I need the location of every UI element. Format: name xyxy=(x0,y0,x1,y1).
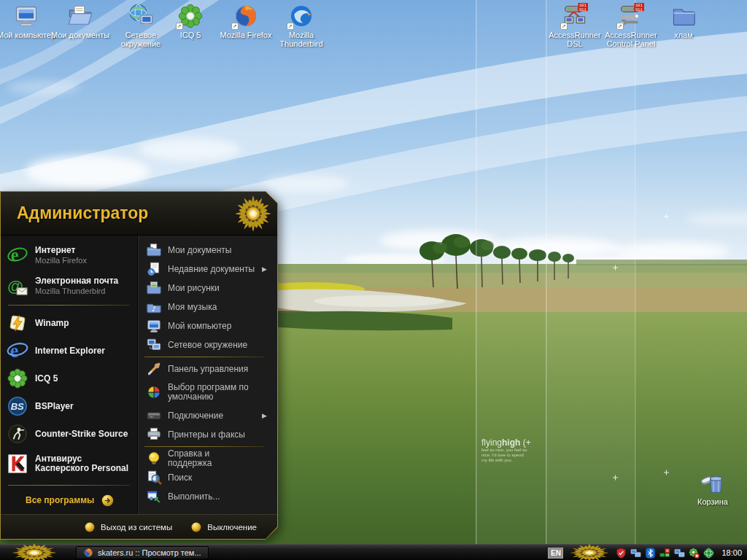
start-item-internet[interactable]: Интернет Mozilla Firefox xyxy=(7,240,137,271)
my-documents-icon xyxy=(67,3,93,29)
desktop-icon-my-documents[interactable]: Мои документы xyxy=(52,3,109,39)
taskbar: skaters.ru :: Просмотр тем... EN 18:00 xyxy=(0,544,747,560)
network-connection-tray-icon[interactable] xyxy=(630,548,641,559)
shortcut-arrow-icon: ➚ xyxy=(560,23,568,30)
desktop-icon-icq[interactable]: ➚ ICQ 5 xyxy=(162,3,219,39)
desktop-icon-my-computer[interactable]: Мой компьютер xyxy=(0,3,55,39)
start-item-internet-explorer[interactable]: Internet Explorer xyxy=(7,337,137,365)
start-button[interactable] xyxy=(10,542,58,560)
connection-icon xyxy=(146,408,162,424)
desktop-icon-hlam-folder[interactable]: хлам xyxy=(655,3,712,39)
wallpaper-watermark: flyinghigh (+ feel so nice, you feel so … xyxy=(481,438,531,463)
log-off-button[interactable]: Выход из системы xyxy=(85,522,172,532)
separator xyxy=(8,305,130,306)
icq-icon xyxy=(7,368,28,389)
start-menu-places-column: Мои документы Недавние документы ▶ Мои р… xyxy=(139,236,277,514)
arrow-circle-icon xyxy=(101,494,114,507)
desktop-icon-firefox[interactable]: ➚ Mozilla Firefox xyxy=(217,3,274,39)
gold-orb-icon xyxy=(191,522,201,532)
counter-strike-icon xyxy=(7,423,28,445)
start-item-counter-strike[interactable]: Counter-Strike Source xyxy=(7,420,137,448)
network-places-icon xyxy=(146,337,162,353)
my-pictures-icon xyxy=(146,280,162,296)
run-icon xyxy=(146,489,162,505)
desktop-icon-accessrunner-dsl[interactable]: ➚ AccessRunner DSL xyxy=(546,3,603,48)
gold-orb-icon xyxy=(85,522,95,532)
start-item-search[interactable]: Поиск xyxy=(143,468,274,487)
start-item-bsplayer[interactable]: BSPlayer xyxy=(7,392,137,420)
user-name: Администратор xyxy=(17,203,148,223)
start-menu-footer: Выход из системы Выключение xyxy=(1,514,277,539)
bluetooth-tray-icon[interactable] xyxy=(645,548,656,559)
separator xyxy=(8,485,130,486)
shortcut-arrow-icon: ➚ xyxy=(231,23,239,30)
bsplayer-icon xyxy=(7,395,28,417)
kaspersky-icon xyxy=(7,453,28,475)
desktop-icon-recycle-bin[interactable]: Корзина xyxy=(684,470,741,506)
start-item-kaspersky[interactable]: Антивирус Касперского Personal xyxy=(7,448,137,480)
firefox-icon xyxy=(83,548,93,558)
taskbar-clock[interactable]: 18:00 xyxy=(721,548,742,557)
shortcut-arrow-icon: ➚ xyxy=(616,23,624,30)
search-icon xyxy=(146,470,162,486)
control-panel-icon xyxy=(146,361,162,377)
icq-offline-tray-icon[interactable] xyxy=(689,548,700,559)
start-menu-pinned-column: Интернет Mozilla Firefox Электронная поч… xyxy=(1,236,137,514)
desktop-icon-accessrunner-control-panel[interactable]: ➚ AccessRunner Control Panel xyxy=(603,3,659,48)
shortcut-arrow-icon: ➚ xyxy=(176,23,183,30)
my-computer-icon xyxy=(146,318,162,334)
printer-icon xyxy=(146,427,162,443)
shortcut-arrow-icon: ➚ xyxy=(287,23,294,30)
start-item-my-computer[interactable]: Мой компьютер xyxy=(143,316,274,335)
start-item-run[interactable]: Выполнить... xyxy=(143,487,274,506)
start-item-network-places[interactable]: Сетевое окружение xyxy=(143,335,274,354)
start-item-control-panel[interactable]: Панель управления xyxy=(143,359,274,378)
antivirus-shield-tray-icon[interactable] xyxy=(616,548,627,559)
email-at-icon xyxy=(7,275,28,297)
start-item-recent-documents[interactable]: Недавние документы ▶ xyxy=(143,260,274,279)
start-item-my-documents[interactable]: Мои документы xyxy=(143,241,274,260)
sun-logo-icon xyxy=(233,194,273,233)
my-music-icon xyxy=(146,299,162,315)
shutdown-button[interactable]: Выключение xyxy=(191,522,257,532)
folder-icon xyxy=(670,3,697,29)
desktop-icon-network-places[interactable]: Сетевое окружение xyxy=(112,3,169,48)
start-item-my-music[interactable]: Моя музыка xyxy=(143,298,274,316)
start-item-my-pictures[interactable]: Мои рисунки xyxy=(143,279,274,298)
globe-tray-icon[interactable] xyxy=(703,548,714,559)
desktop: flyinghigh (+ feel so nice, you feel so … xyxy=(0,0,747,560)
start-item-connect-to[interactable]: Подключение ▶ xyxy=(143,406,274,425)
start-menu: Администратор Интернет Mozilla Firefox Э… xyxy=(0,191,278,540)
recycle-bin-icon xyxy=(700,470,726,496)
network-connection-2-tray-icon[interactable] xyxy=(674,548,685,559)
start-item-winamp[interactable]: Winamp xyxy=(7,309,137,337)
submenu-arrow-icon: ▶ xyxy=(262,265,267,273)
start-item-printers-faxes[interactable]: Принтеры и факсы xyxy=(143,425,274,444)
language-indicator[interactable]: EN xyxy=(548,548,563,559)
my-computer-icon xyxy=(13,3,39,29)
start-menu-header: Администратор xyxy=(1,192,277,236)
system-tray: EN 18:00 xyxy=(548,545,747,560)
separator xyxy=(144,446,264,447)
sun-tray-icon[interactable] xyxy=(568,543,611,560)
start-item-email[interactable]: Электронная почта Mozilla Thunderbird xyxy=(7,271,137,301)
network-places-icon xyxy=(128,3,154,29)
start-item-icq[interactable]: ICQ 5 xyxy=(7,365,137,392)
start-item-help-support[interactable]: Справка и поддержка xyxy=(143,449,274,468)
default-programs-icon xyxy=(146,384,162,400)
all-programs-button[interactable]: Все программы xyxy=(7,489,137,511)
taskbar-task-firefox[interactable]: skaters.ru :: Просмотр тем... xyxy=(76,546,209,559)
internet-explorer-icon xyxy=(7,340,28,362)
submenu-arrow-icon: ▶ xyxy=(262,412,267,419)
winamp-icon xyxy=(7,312,28,334)
separator xyxy=(144,357,264,357)
internet-explorer-green-icon xyxy=(7,244,28,266)
dsl-modem-tray-icon[interactable] xyxy=(659,548,670,559)
recent-documents-icon xyxy=(146,261,162,277)
start-item-default-programs[interactable]: Выбор программ по умолчанию xyxy=(143,378,274,406)
help-icon xyxy=(146,451,162,467)
my-documents-icon xyxy=(146,242,162,258)
desktop-icon-thunderbird[interactable]: ➚ Mozilla Thunderbird xyxy=(273,3,330,48)
